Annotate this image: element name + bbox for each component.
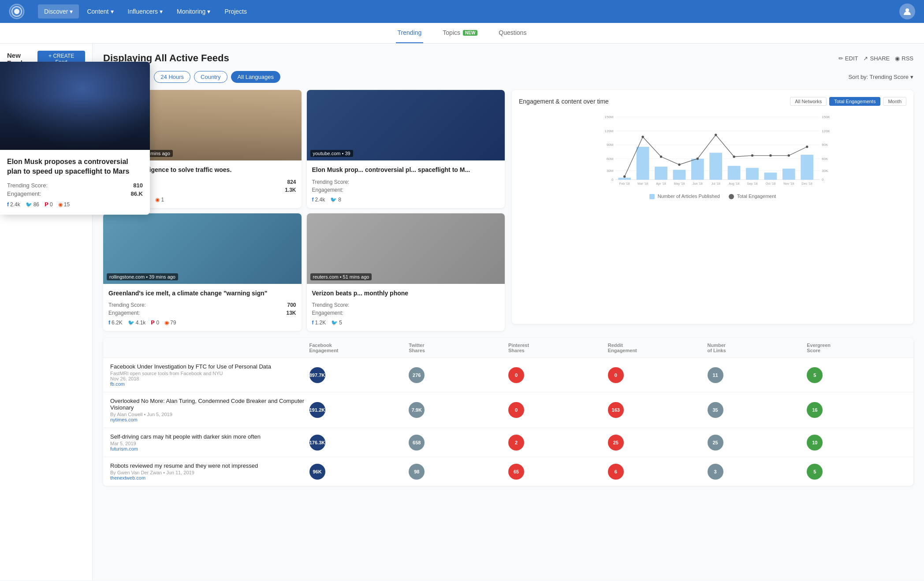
pi-count-3: 𝗣 0 bbox=[151, 320, 159, 326]
chart-panel: Engagement & content over time All Netwo… bbox=[512, 90, 913, 324]
month-btn[interactable]: Month bbox=[883, 97, 906, 106]
table-row[interactable]: Overlooked No More: Alan Turing, Condemn… bbox=[103, 392, 913, 428]
table-row[interactable]: Robots reviewed my resume and they were … bbox=[103, 457, 913, 486]
rss-button[interactable]: ◉ RSS bbox=[895, 55, 913, 62]
card-title-4: Verizon beats p... monthly phone bbox=[312, 289, 500, 298]
article-info-1: Facebook Under Investigation by FTC for … bbox=[110, 363, 309, 387]
tab-trending[interactable]: Trending bbox=[396, 23, 424, 43]
svg-rect-24 bbox=[637, 147, 649, 180]
tab-questions[interactable]: Questions bbox=[497, 23, 528, 43]
fb-badge-1: 897.7K bbox=[309, 367, 325, 383]
tw-count-4: 🐦 5 bbox=[331, 320, 342, 326]
floating-social: f 2.4k 🐦 86 𝗣 0 ◉ 15 bbox=[7, 201, 143, 208]
rd-badge-2: 163 bbox=[608, 402, 624, 418]
total-engagements-btn[interactable]: Total Engagements bbox=[829, 97, 880, 106]
content-header: Displaying All Active Feeds ✏ EDIT ↗ SHA… bbox=[103, 52, 913, 64]
filter-all-languages[interactable]: All Languages bbox=[231, 71, 280, 83]
share-button[interactable]: ↗ SHARE bbox=[863, 55, 890, 62]
svg-point-41 bbox=[751, 154, 753, 156]
svg-text:30K: 30K bbox=[822, 169, 828, 173]
table-row[interactable]: Self-driving cars may hit people with da… bbox=[103, 428, 913, 457]
edit-button[interactable]: ✏ EDIT bbox=[838, 55, 858, 62]
fb-badge-4: 96K bbox=[309, 464, 325, 480]
filter-country[interactable]: Country bbox=[194, 71, 227, 83]
all-networks-btn[interactable]: All Networks bbox=[790, 97, 827, 106]
ev-badge-3: 10 bbox=[807, 435, 823, 451]
svg-text:Apr '18: Apr '18 bbox=[656, 182, 666, 186]
svg-rect-26 bbox=[673, 170, 686, 180]
fb-count-4: f 1.2K bbox=[312, 320, 326, 326]
svg-point-39 bbox=[715, 134, 717, 136]
svg-text:60K: 60K bbox=[822, 157, 828, 161]
nav-item-projects[interactable]: Projects bbox=[218, 4, 253, 19]
svg-text:Jul '18: Jul '18 bbox=[711, 182, 720, 186]
svg-text:120M: 120M bbox=[604, 129, 613, 133]
card-body-2: Elon Musk prop... controversial pl... sp… bbox=[307, 160, 505, 208]
svg-text:Aug '18: Aug '18 bbox=[729, 182, 739, 186]
tab-topics[interactable]: Topics NEW bbox=[441, 23, 479, 43]
nav-item-monitoring[interactable]: Monitoring ▾ bbox=[171, 4, 216, 19]
table-row[interactable]: Facebook Under Investigation by FTC for … bbox=[103, 358, 913, 392]
svg-text:Dec '18: Dec '18 bbox=[802, 182, 812, 186]
tw-badge-2: 7.9K bbox=[409, 402, 425, 418]
nav-item-discover[interactable]: Discover ▾ bbox=[38, 4, 79, 19]
content-area: Displaying All Active Feeds ✏ EDIT ↗ SHA… bbox=[93, 44, 924, 581]
tw-count-3: 🐦 4.1k bbox=[128, 320, 146, 326]
floating-fb: f 2.4k bbox=[7, 201, 20, 208]
article-card-3[interactable]: rollingstone.com • 39 mins ago Greenland… bbox=[103, 213, 302, 331]
filter-24h[interactable]: 24 Hours bbox=[154, 71, 190, 83]
article-card-4[interactable]: reuters.com • 51 mins ago Verizon beats … bbox=[307, 213, 505, 331]
svg-text:Mar '18: Mar '18 bbox=[637, 182, 648, 186]
svg-rect-31 bbox=[764, 173, 777, 180]
nav-items: Discover ▾ Content ▾ Influencers ▾ Monit… bbox=[38, 4, 899, 19]
article-info-4: Robots reviewed my resume and they were … bbox=[110, 462, 309, 480]
svg-text:150M: 150M bbox=[604, 115, 613, 119]
pi-badge-2: 0 bbox=[508, 402, 524, 418]
header-actions: ✏ EDIT ↗ SHARE ◉ RSS bbox=[838, 55, 913, 62]
card-body-4: Verizon beats p... monthly phone Trendin… bbox=[307, 284, 505, 331]
nav-item-influencers[interactable]: Influencers ▾ bbox=[122, 4, 169, 19]
card-title-3: Greenland's ice melt, a climate change "… bbox=[108, 289, 296, 298]
rd-badge-1: 0 bbox=[608, 367, 624, 383]
logo[interactable] bbox=[9, 4, 25, 19]
svg-rect-28 bbox=[709, 153, 722, 180]
avatar[interactable] bbox=[899, 4, 915, 19]
sort-label[interactable]: Sort by: Trending Score ▾ bbox=[848, 74, 913, 80]
svg-rect-32 bbox=[782, 169, 795, 180]
chart-buttons: All Networks Total Engagements Month bbox=[790, 97, 906, 106]
card-social-3: f 6.2K 🐦 4.1k 𝗣 0 ◉ 79 bbox=[108, 320, 296, 326]
floating-engagement: Engagement: 86.K bbox=[7, 190, 143, 197]
card-stats-2: Trending Score: bbox=[312, 179, 500, 185]
legend-articles-icon bbox=[649, 194, 655, 199]
chart-title: Engagement & content over time bbox=[519, 98, 609, 105]
article-card-2[interactable]: youtube.com • 39 Elon Musk prop... contr… bbox=[307, 90, 505, 208]
rd-badge-4: 6 bbox=[608, 464, 624, 480]
pi-badge-1: 0 bbox=[508, 367, 524, 383]
svg-point-37 bbox=[678, 164, 680, 166]
fb-badge-3: 176.3K bbox=[309, 435, 325, 451]
svg-text:Sep '18: Sep '18 bbox=[747, 182, 757, 186]
cards-grid: indiatime.com • 39 mins ago Artificial I… bbox=[103, 90, 505, 331]
svg-text:120K: 120K bbox=[822, 129, 830, 133]
new-badge: NEW bbox=[463, 30, 477, 36]
svg-rect-25 bbox=[655, 167, 667, 180]
svg-text:Oct '18: Oct '18 bbox=[766, 182, 776, 186]
top-nav: Discover ▾ Content ▾ Influencers ▾ Monit… bbox=[0, 0, 924, 23]
svg-rect-33 bbox=[801, 155, 813, 180]
tw-badge-3: 658 bbox=[409, 435, 425, 451]
ev-badge-4: 5 bbox=[807, 464, 823, 480]
rd-count-3: ◉ 79 bbox=[164, 320, 176, 326]
svg-rect-30 bbox=[746, 168, 759, 180]
table-panel: FacebookEngagement TwitterShares Pintere… bbox=[103, 338, 913, 486]
svg-text:May '18: May '18 bbox=[674, 182, 685, 186]
top-row: indiatime.com • 39 mins ago Artificial I… bbox=[103, 90, 913, 331]
card-social-2: f 2.4k 🐦 8 bbox=[312, 197, 500, 203]
card-engagement-4: Engagement: bbox=[312, 310, 500, 316]
card-title-2: Elon Musk prop... controversial pl... sp… bbox=[312, 166, 500, 175]
rd-badge-3: 25 bbox=[608, 435, 624, 451]
svg-point-36 bbox=[660, 156, 662, 158]
fb-count-2: f 2.4k bbox=[312, 197, 325, 203]
nav-item-content[interactable]: Content ▾ bbox=[81, 4, 119, 19]
floating-expanded-card: youtube.com • 39 mins ago Elon Musk prop… bbox=[0, 62, 150, 215]
svg-text:90K: 90K bbox=[822, 143, 828, 147]
